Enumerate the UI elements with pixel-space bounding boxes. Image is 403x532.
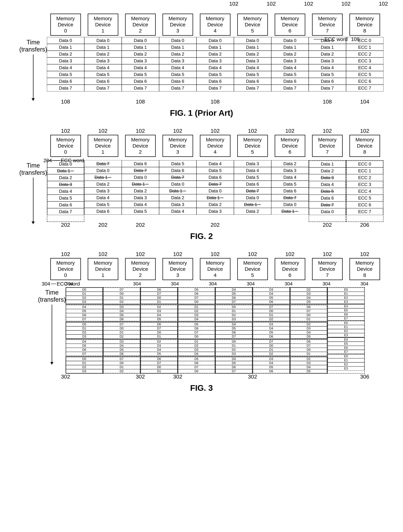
memory-box: MemoryDevice7 xyxy=(312,135,343,157)
figure-3: 102 102 102 102 102 102 102 102 102 Memo… xyxy=(7,251,396,393)
data-cell: Data 2 xyxy=(234,208,271,215)
memory-box: MemoryDevice6 xyxy=(275,14,305,36)
memory-device-5: MemoryDevice5 xyxy=(234,258,271,280)
data-cell: Data 2 xyxy=(84,51,122,57)
data-cell: Data 2 xyxy=(47,51,84,57)
memory-device-0: MemoryDevice0 xyxy=(47,14,84,36)
data-cell-sm: D6 xyxy=(290,305,327,309)
data-cell-sm: D2 xyxy=(290,322,327,326)
data-cell-sm: D0 xyxy=(253,309,290,313)
memory-box: MemoryDevice2 xyxy=(125,135,156,157)
data-cell: Data 1 xyxy=(309,161,346,167)
memory-box: MemoryDevice8 xyxy=(349,135,380,157)
memory-box: MemoryDevice5 xyxy=(237,14,268,36)
data-cell: Data 7 xyxy=(47,85,84,91)
data-cell-sm: D5 xyxy=(290,300,327,304)
ecc-cell-sm: E1 xyxy=(328,292,365,296)
data-cell-sm: D5 xyxy=(215,361,252,365)
time-label: Time(transfers) xyxy=(38,289,66,303)
data-cell: Data 5 xyxy=(47,195,84,201)
data-cell-sm: D3 xyxy=(103,305,140,309)
ref-102: 102 xyxy=(285,128,294,134)
data-cell: Data 3 xyxy=(234,160,271,167)
data-cell: Data 3 xyxy=(84,57,122,64)
data-cell-sm: D3 xyxy=(290,326,327,330)
data-cell-sm: D7 xyxy=(66,352,103,356)
data-cell: Data 5 xyxy=(84,201,122,208)
figure-2: 102 102 102 102 102 102 102 102 102 Memo… xyxy=(7,128,396,241)
data-cell: Data 0 xyxy=(159,37,196,44)
data-cell: Data 6 xyxy=(234,181,271,188)
memory-device-7: MemoryDevice7 xyxy=(309,258,346,280)
data-cell-sm: D6 xyxy=(178,326,215,330)
data-cell-sm: D0 xyxy=(66,357,103,361)
data-cell: Data 7 xyxy=(122,167,159,174)
data-cell-sm: D7 xyxy=(103,322,140,326)
ref-102: 102 xyxy=(98,128,107,134)
data-cell: Data 7 xyxy=(196,181,234,188)
data-cell: Data 2 xyxy=(234,51,271,57)
ref-204: 204 xyxy=(44,158,52,163)
data-cell: Data 7 xyxy=(159,174,196,181)
data-cell: Data 6 xyxy=(309,195,346,201)
data-cell-sm: D0 xyxy=(178,369,215,373)
ref-304: 304 xyxy=(285,281,293,287)
ref-102: 102 xyxy=(248,251,257,257)
ref-304: 304 xyxy=(209,281,217,287)
data-cell: Data 5 xyxy=(47,71,84,78)
data-cell-sm: D2 xyxy=(178,344,215,348)
memory-box: MemoryDevice5 xyxy=(237,135,268,157)
ecc-cell: ECC 6 xyxy=(346,78,384,85)
data-cell-sm: D6 xyxy=(141,357,177,361)
data-cell-sm: D7 xyxy=(215,369,252,373)
ref-102: 102 xyxy=(136,251,145,257)
data-cell-sm: D4 xyxy=(103,309,140,313)
data-cell-sm: D4 xyxy=(141,348,177,352)
memory-device-3: MemoryDevice3 xyxy=(159,14,196,36)
ref-102: 102 xyxy=(304,1,313,7)
data-cell: Data 1 xyxy=(309,44,346,51)
data-cell: Data 3 xyxy=(84,188,122,194)
data-cell-sm: D7 xyxy=(290,309,327,313)
data-cell-sm: D4 xyxy=(215,288,252,292)
data-cell: Data 4 xyxy=(234,167,271,174)
data-cell: Data 6 xyxy=(84,78,122,85)
memory-box: MemoryDevice0 xyxy=(50,258,81,280)
memory-box: MemoryDevice6 xyxy=(275,258,305,280)
data-cell-sm: D5 xyxy=(253,330,290,335)
data-cell-sm: D3 xyxy=(253,357,290,361)
memory-device-7: MemoryDevice7 xyxy=(309,135,346,157)
data-cell: Data 4 xyxy=(122,64,159,71)
data-cell-sm: D7 xyxy=(66,317,103,321)
memory-device-3: MemoryDevice3 xyxy=(159,258,196,280)
memory-device-6: MemoryDevice6 xyxy=(271,258,309,280)
data-cell: Data 3 xyxy=(271,57,309,64)
memory-box: MemoryDevice1 xyxy=(88,258,118,280)
data-cell-sm: D2 xyxy=(66,330,103,335)
ref-102: 102 xyxy=(323,251,332,257)
ref-102: 102 xyxy=(61,251,70,257)
ref-102: 102 xyxy=(173,251,182,257)
data-cell: Data 4 xyxy=(47,188,84,195)
data-cell: Data 7 xyxy=(309,85,346,91)
ecc-cell: ECC 6 xyxy=(346,201,383,208)
ref-304: 304 xyxy=(360,281,369,287)
data-cell-sm: D2 xyxy=(103,300,140,304)
data-cell-sm: D3 xyxy=(103,340,140,344)
ecc-cell-sm: E7 xyxy=(328,350,365,354)
data-cell: Data 2 xyxy=(271,51,309,57)
data-cell: Data 4 xyxy=(159,64,196,71)
data-cell: Data 1 xyxy=(271,44,309,51)
data-cell: Data 0 xyxy=(122,37,159,44)
figure-1: 102 102 102 102 102 102 102 102 102 Memo… xyxy=(7,7,396,118)
data-cell: Data 6 xyxy=(196,78,234,85)
ref-106: 106 xyxy=(351,36,359,42)
data-cell-sm: D6 xyxy=(103,352,140,356)
data-cell: Data 0 xyxy=(84,167,122,174)
ref-102: 102 xyxy=(136,128,145,134)
data-cell: Data 6 xyxy=(309,78,346,85)
data-cell-sm: D3 xyxy=(178,348,215,352)
data-cell-sm: D3 xyxy=(215,317,252,321)
ref-102: 102 xyxy=(360,251,369,257)
data-cell: Data 6 xyxy=(122,160,159,167)
